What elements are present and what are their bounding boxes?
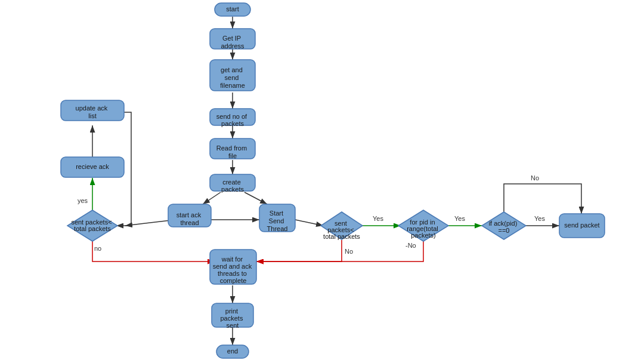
label-yes3: Yes — [534, 215, 545, 222]
label-yes-diamond2: yes — [78, 197, 88, 204]
arrow-sendthread-diamond1 — [295, 220, 323, 226]
node-sentpackets2-label: sent packets< total packets — [71, 219, 113, 232]
node-startsendthread-label: Start Send Thread — [267, 210, 288, 232]
arrow-diamond2-no — [92, 240, 215, 262]
label-no-forpid: -No — [405, 242, 416, 249]
arrow-forpid-no-wait — [256, 240, 423, 262]
arrow-create-sendthread — [244, 192, 267, 204]
node-end-label: end — [227, 347, 238, 355]
arrow-diamond1-no-wait — [256, 240, 342, 262]
arrow-ifack-no-loop — [504, 184, 581, 214]
label-yes2: Yes — [454, 215, 465, 222]
node-start-label: start — [226, 5, 239, 13]
arrow-create-ackthread — [203, 192, 221, 204]
label-yes1: Yes — [373, 215, 383, 222]
node-recieveack-label: recieve ack — [76, 163, 109, 170]
label-no-ifack: No — [531, 174, 539, 182]
label-no-diamond2: no — [94, 245, 101, 252]
label-no-diamond1: No — [345, 248, 353, 255]
node-forpid-label: for pid in range(total packets) — [407, 219, 440, 239]
node-createpackets-label: create packets — [221, 179, 244, 193]
node-getip-label: Get IP address — [221, 35, 244, 50]
node-sendpacket-label: send packet — [564, 222, 599, 229]
flowchart-diagram: Yes Yes Yes No -No No yes no start Get I… — [0, 0, 644, 363]
